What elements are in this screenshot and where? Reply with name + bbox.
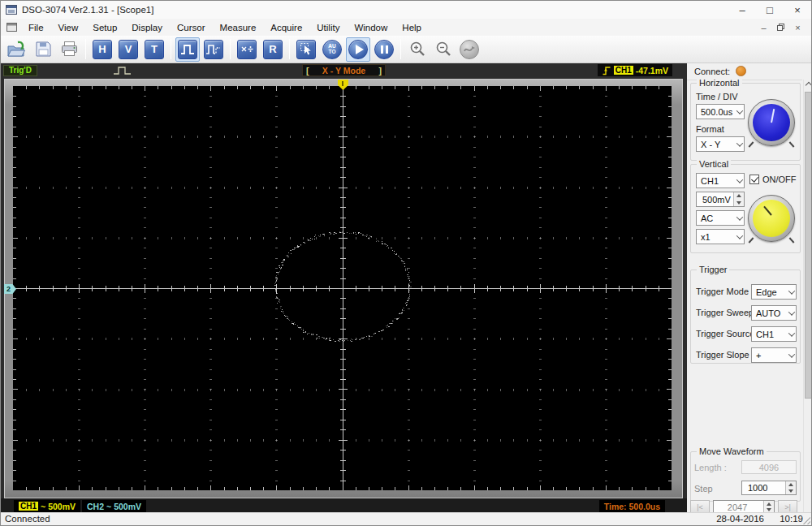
time-div-select[interactable]: 500.0us: [696, 104, 745, 119]
status-date: 28-04-2016: [716, 514, 764, 524]
self-calibration-button[interactable]: [457, 37, 482, 62]
window-controls: – □ ×: [728, 1, 811, 19]
coupling-select[interactable]: AC: [696, 210, 745, 226]
connect-label: Connect:: [694, 67, 730, 76]
statusbar: Connected 28-04-2016 10:19: [1, 512, 811, 525]
menu-display[interactable]: Display: [124, 20, 170, 35]
status-time: 10:19: [780, 514, 803, 524]
format-value: X - Y: [701, 140, 720, 149]
maximize-button[interactable]: □: [756, 1, 784, 19]
mdi-close-button[interactable]: ×: [791, 21, 805, 33]
zoom-out-icon: [434, 40, 453, 58]
spinner-buttons[interactable]: [763, 501, 774, 513]
trigger-slope-select[interactable]: +: [751, 347, 797, 363]
time-div-knob[interactable]: [748, 99, 795, 146]
printer-icon: [60, 41, 79, 58]
menu-window[interactable]: Window: [347, 20, 395, 35]
horizontal-panel-button[interactable]: H: [90, 37, 114, 62]
zoom-out-button[interactable]: [431, 37, 456, 62]
connect-status: Connect:: [694, 66, 746, 76]
restore-icon: [777, 24, 784, 31]
menu-cursor[interactable]: Cursor: [170, 20, 213, 35]
zoom-in-button[interactable]: [405, 37, 430, 62]
menu-view[interactable]: View: [51, 20, 86, 35]
spinner-buttons[interactable]: [733, 192, 744, 206]
rising-edge-icon: [602, 66, 611, 75]
toolbar: H V T R: [1, 36, 811, 63]
channel-value: CH1: [701, 176, 719, 186]
menu-help[interactable]: Help: [395, 20, 429, 35]
document-icon: [6, 23, 17, 32]
zoom-in-icon: [408, 40, 427, 58]
onoff-label: ON/OFF: [762, 175, 797, 184]
length-field: 4096: [741, 460, 797, 474]
chevron-down-icon: [788, 330, 795, 336]
reference-button[interactable]: R: [261, 37, 285, 62]
trigger-level-value: -47.1mV: [636, 66, 668, 75]
t-letter-icon: T: [145, 40, 164, 59]
menu-setup[interactable]: Setup: [85, 20, 124, 35]
trigger-source-select[interactable]: CH1: [751, 326, 797, 342]
pause-icon: [374, 40, 394, 59]
scroll-up-icon[interactable]: [804, 80, 812, 91]
move-waveform-title: Move Waveform: [697, 446, 767, 456]
chevron-down-icon: [788, 351, 795, 357]
mdi-restore-button[interactable]: [774, 21, 788, 33]
minimize-button[interactable]: –: [728, 1, 756, 19]
chevron-down-icon: [736, 213, 743, 220]
close-button[interactable]: ×: [784, 1, 811, 19]
pulse-icon: [178, 40, 197, 59]
run-button[interactable]: [346, 37, 370, 62]
volt-div-spinner[interactable]: 500mV: [696, 192, 745, 207]
probe-select[interactable]: x1: [696, 229, 745, 244]
h-letter-icon: H: [93, 40, 112, 59]
chevron-down-icon: [736, 176, 743, 183]
open-file-button[interactable]: [5, 37, 29, 62]
v-letter-icon: V: [119, 40, 138, 59]
play-icon: [348, 40, 368, 59]
display-mode-label: X - Y Mode: [322, 66, 365, 75]
menu-file[interactable]: File: [21, 20, 51, 35]
vertical-group: Vertical CH1 ON/OFF 500mV AC x1: [690, 164, 801, 253]
ch2-label: CH2: [87, 502, 104, 511]
scope-display-frame: 2: [4, 79, 683, 498]
delayed-pulse-button[interactable]: [201, 37, 226, 62]
math-button[interactable]: [235, 37, 259, 62]
window-title: DSO-3074 Ver2.1.31 - [Scope1]: [22, 5, 153, 15]
vertical-group-title: Vertical: [697, 159, 731, 169]
step-label: Step: [694, 484, 713, 494]
spinner-buttons[interactable]: [785, 481, 796, 494]
chevron-down-icon: [736, 107, 743, 114]
select-cursor-button[interactable]: [294, 37, 318, 62]
vertical-panel-button[interactable]: V: [116, 37, 140, 62]
autoset-button[interactable]: AU TO: [320, 37, 344, 62]
save-button[interactable]: [31, 37, 55, 62]
pause-button[interactable]: [372, 37, 396, 62]
channel-onoff-checkbox[interactable]: ON/OFF: [749, 175, 797, 184]
menu-measure[interactable]: Measure: [213, 20, 264, 35]
step-value: 1000: [748, 483, 767, 493]
mdi-minimize-button[interactable]: –: [757, 21, 771, 33]
mdi-window-controls: – ×: [757, 21, 811, 33]
volt-div-value: 500mV: [702, 195, 731, 205]
trigger-panel-button[interactable]: T: [142, 37, 166, 62]
length-label: Length :: [694, 463, 727, 472]
format-select[interactable]: X - Y: [696, 136, 745, 152]
floppy-icon: [35, 41, 52, 58]
horizontal-group: Horizontal Time / DIV 500.0us Format X -…: [690, 83, 801, 161]
trigger-sweep-select[interactable]: AUTO: [751, 305, 797, 321]
pulse-display-button[interactable]: [175, 37, 200, 62]
chevron-down-icon: [736, 232, 743, 239]
step-spinner[interactable]: 1000: [741, 481, 797, 495]
print-button[interactable]: [57, 37, 81, 62]
channel-select[interactable]: CH1: [696, 173, 745, 188]
menubar: File View Setup Display Cursor Measure A…: [1, 19, 811, 36]
ch1-coupling-icon: ~: [41, 502, 45, 511]
menu-acquire[interactable]: Acquire: [263, 20, 309, 35]
sidebar-scrollbar[interactable]: [803, 80, 812, 514]
volt-div-knob[interactable]: [748, 195, 795, 242]
trigger-group: Trigger Trigger Mode Edge Trigger Sweep …: [690, 269, 801, 364]
menu-utility[interactable]: Utility: [309, 20, 347, 35]
scrollbar-thumb[interactable]: [805, 92, 812, 399]
trigger-mode-select[interactable]: Edge: [751, 284, 797, 300]
